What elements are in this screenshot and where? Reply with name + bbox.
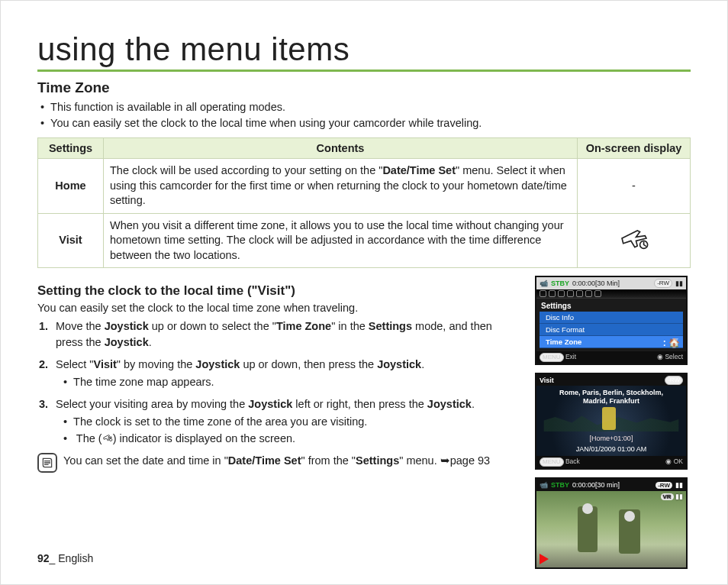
timezone-table: Settings Contents On-screen display Home… <box>37 137 691 268</box>
step: Move the Joystick up or down to select t… <box>39 318 521 351</box>
rw-badge: -RW <box>656 482 672 489</box>
th-settings: Settings <box>38 138 104 159</box>
right-column: 📹 STBY 0:00:00[30 Min] -RW ▮▮ Settings D… <box>535 276 691 577</box>
stby-label: STBY <box>551 280 569 287</box>
osd-iconstrip <box>536 289 686 299</box>
step: Select your visiting area by moving the … <box>39 396 521 447</box>
note-icon <box>37 453 57 473</box>
left-column: Setting the clock to the local time ("Vi… <box>37 276 521 577</box>
visit-title: Visit <box>540 377 554 384</box>
offset-tag: [Home+01:00] <box>536 435 686 442</box>
map-highlight <box>602 407 616 430</box>
sub-bullet: The time zone map appears. <box>63 374 521 390</box>
sub-bullet: The clock is set to the time zone of the… <box>63 414 521 430</box>
osd-topbar: 📹 STBY 0:00:00[30 Min] -RW ▮▮ <box>536 277 686 289</box>
osd-row[interactable]: Disc Info <box>540 312 683 324</box>
sub-heading: Setting the clock to the local time ("Vi… <box>37 283 521 299</box>
osd-topbar: 📹 STBY 0:00:00[30 min] -RW ▮▮ <box>536 479 686 491</box>
cell-content: The clock will be used according to your… <box>104 159 578 214</box>
plane-clock-icon <box>618 241 650 253</box>
time-label: 0:00:00[30 Min] <box>572 280 620 287</box>
note-text: You can set the date and time in "Date/T… <box>63 453 490 473</box>
bullet: You can easily set the clock to the loca… <box>40 115 691 131</box>
plane-clock-icon-inline <box>102 431 113 447</box>
battery-icon: ▮▮ <box>675 481 683 489</box>
cell-setting: Home <box>38 159 104 214</box>
table-row: Home The clock will be used according to… <box>38 159 691 214</box>
date-label: JAN/01/2009 01:00 AM <box>536 445 686 453</box>
cell-osd <box>578 213 691 268</box>
time-label: 0:00:00[30 min] <box>572 481 620 489</box>
rw-badge: -RW <box>654 279 672 288</box>
camcorder-icon: 📹 <box>540 280 548 287</box>
vr-badge: VR ▮▮ <box>661 493 684 500</box>
osd-visit-map: Visit -RW Rome, Paris, Berlin, Stockholm… <box>535 373 688 470</box>
steps-list: Move the Joystick up or down to select t… <box>37 318 521 447</box>
osd-topbar: Visit -RW <box>536 374 686 386</box>
osd-row[interactable]: Disc Format <box>540 324 683 336</box>
osd-settings-menu: 📹 STBY 0:00:00[30 Min] -RW ▮▮ Settings D… <box>535 276 688 365</box>
sub-bullet: The () indicator is displayed on the scr… <box>63 431 521 448</box>
page-title: using the menu items <box>37 31 691 72</box>
page-footer: 92_ English <box>37 552 93 564</box>
menu-pill[interactable]: MENU <box>540 353 564 362</box>
osd-footbar: MENU Exit ◉ Select <box>536 351 686 364</box>
th-contents: Contents <box>104 138 578 159</box>
svg-point-1 <box>109 438 111 441</box>
section-bullets: This function is available in all operat… <box>37 99 691 131</box>
home-icon: : 🏠 <box>663 338 680 348</box>
section-heading: Time Zone <box>37 79 691 96</box>
osd-row-selected[interactable]: Time Zone : 🏠 <box>540 336 683 348</box>
cell-osd: - <box>578 159 691 214</box>
sub-intro: You can easily set the clock to the loca… <box>37 302 521 314</box>
cell-content: When you visit a different time zone, it… <box>104 213 578 268</box>
menu-pill[interactable]: MENU <box>540 457 564 467</box>
th-osd: On-screen display <box>578 138 691 159</box>
step: Select "Visit" by moving the Joystick up… <box>39 357 521 390</box>
play-indicator-icon <box>540 554 549 564</box>
cities-label: Rome, Paris, Berlin, Stockholm,Madrid, F… <box>536 389 686 406</box>
note-box: You can set the date and time in "Date/T… <box>37 453 521 473</box>
cell-setting: Visit <box>38 213 104 268</box>
camcorder-icon: 📹 <box>540 481 548 489</box>
page: using the menu items Time Zone This func… <box>0 0 728 585</box>
battery-icon: ▮▮ <box>675 280 683 287</box>
osd-live-view: 📹 STBY 0:00:00[30 min] -RW ▮▮ VR ▮▮ <box>535 477 688 569</box>
bullet: This function is available in all operat… <box>40 99 691 115</box>
rw-badge: -RW <box>665 376 683 385</box>
table-row: Visit When you visit a different time zo… <box>38 213 691 268</box>
osd-footbar: MENU Back ◉ OK <box>536 456 686 468</box>
stby-label: STBY <box>551 481 569 489</box>
osd-heading: Settings <box>540 300 683 312</box>
